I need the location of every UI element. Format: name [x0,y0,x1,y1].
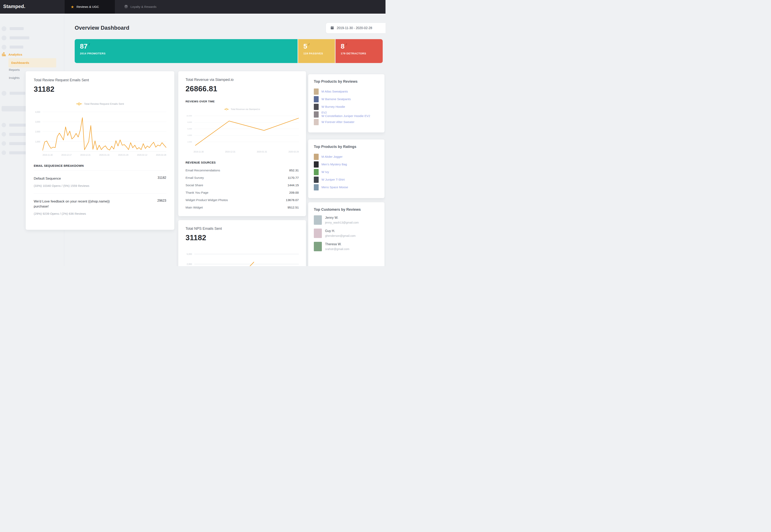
revenue-source-value: 9512.51 [287,206,299,209]
revenue-source-label: Main Widget [185,206,203,209]
revenue-source-label: Thank You Page [185,191,208,194]
passives-score: 5 [303,43,307,50]
revenue-source-row: Thank You Page 209.00 [185,189,299,196]
sidebar-item-insights-label: Insights [9,76,19,79]
card-review-request-emails: Total Review Request Emails Sent 31182 T… [26,71,174,230]
tab-loyalty-rewards[interactable]: Loyalty & Rewards [118,0,162,14]
review-emails-line-chart: 4,0003,0002,0001,000 [34,109,166,152]
product-link-label: Mens Space Moose [321,185,348,189]
card-title: Top Products by Reviews [314,79,379,84]
product-list-item[interactable]: Men's Mystery Bag [314,161,379,168]
skeleton-bar [10,92,25,95]
product-list-item[interactable]: Mens Space Moose [314,183,379,191]
skeleton-icon [2,45,6,50]
x-axis-tick: 2020-01-16 [99,154,109,156]
product-list-item[interactable]: W Ivy [314,168,379,176]
revenue-source-value: 209.00 [289,191,299,194]
product-list-item[interactable]: M Akder Jogger [314,153,379,161]
product-link-label: W Constellation Juniper Hoodie EV2 [321,114,370,118]
sidebar-item-reports-label: Reports [9,68,20,71]
product-thumbnail [314,104,319,110]
product-link[interactable]: Men's Mystery Bag [321,163,347,166]
page-title: Overview Dashboard [75,25,129,31]
sequence-row: Default Sequence 31182 [34,176,166,181]
product-link[interactable]: W Bamone Seatpants [321,97,351,101]
card-top-products-by-ratings: Top Products by Ratings M Akder Jogger M… [308,139,384,198]
product-link[interactable]: W Forever After Sweater [321,120,354,124]
revenue-total: 26866.81 [185,85,299,93]
nps-segment-promoters: 87 2014 PROMOTERS [75,39,297,63]
percent-tick-icon [308,43,309,46]
sidebar-item-insights[interactable]: Insights [9,76,19,80]
customer-email: jenny_wash13@gmail.com [325,221,359,224]
skeleton-icon [2,132,6,136]
product-link[interactable]: W Burney Hoodie [321,105,345,108]
legend-label: Total Revenue via Stamped.io [231,108,260,110]
revenue-source-value: 1444.15 [287,183,299,187]
product-link-label: W Ivy [321,170,329,174]
customer-name: Guy H. [325,229,355,233]
customer-list-item[interactable]: Guy H. ghenderson@gmail.com [314,229,379,242]
product-link[interactable]: M Atlas Sweatpants [321,90,348,93]
product-list-item[interactable]: M Atlas Sweatpants [314,88,379,95]
product-list-item[interactable]: W Juniper T-Shirt [314,176,379,183]
skeleton-bar [10,27,24,30]
legend-label: Total Review Request Emails Sent [84,102,124,105]
product-list-item[interactable]: W Burney Hoodie [314,103,379,111]
passives-count: 119 PASSIVES [303,52,335,55]
sequence-stats: (29%) 9239 Opens / (2%) 636 Reviews [34,212,166,215]
skeleton-icon [2,91,6,96]
sidebar-item-analytics[interactable]: Analytics [2,52,22,57]
date-range-label: 2019-11-30 - 2020-02-28 [337,26,372,30]
section-header: REVENUE SOURCES [185,161,299,164]
product-link[interactable]: M Akder Jogger [321,155,342,158]
sequence-value: 31182 [158,176,166,180]
stamped-logo: Stamped. [3,4,25,9]
overview-dashboard-page: { "navbar": { "logo": "Stamped.", "tabs"… [0,0,385,266]
customer-list-item[interactable]: Theresa W. srahstr@gmail.com [314,242,379,255]
product-thumbnail [314,96,319,102]
product-list-item[interactable]: W Forever After Sweater [314,118,379,126]
sequence-name: Default Sequence [34,176,61,181]
tab-reviews-ugc[interactable]: ★ Reviews & UGC [65,0,115,14]
legend-point-icon [224,108,229,111]
revenue-source-value: 13678.07 [286,198,299,202]
card-top-customers-by-reviews: Top Customers by Reviews Jenny W. jenny_… [308,202,384,266]
product-link[interactable]: EV2 W Constellation Juniper Hoodie EV2 [321,111,370,118]
customer-name: Jenny W. [325,216,359,220]
y-axis-labels: 10,0008,0006,0004,0002,000 [185,114,193,148]
tab-reviews-ugc-label: Reviews & UGC [76,5,99,9]
card-title: Total Revenue via Stamped.io [185,78,299,82]
revenue-sources-list: Email Recommendations 852.31 Email Surve… [185,167,299,211]
sequence-name: We'd Love feedback on your recent {{shop… [34,199,122,209]
avatar [314,215,322,225]
product-link[interactable]: W Ivy [321,170,329,174]
sequence-row: We'd Love feedback on your recent {{shop… [34,199,166,209]
customer-email: srahstr@gmail.com [325,247,349,251]
product-list: M Atlas Sweatpants W Bamone Seatpants W … [314,88,379,126]
section-header: REVIEWS OVER TIME [185,100,299,103]
customer-name: Theresa W. [325,242,349,246]
navbar-shadow-strip [0,14,385,15]
review-emails-total: 31182 [34,85,166,94]
nps-segment-passives: 5 119 PASSIVES [298,39,335,63]
product-link[interactable]: W Juniper T-Shirt [321,178,345,181]
product-link-label: W Bamone Seatpants [321,97,351,101]
customer-list-item[interactable]: Jenny W. jenny_wash13@gmail.com [314,215,379,229]
sidebar-item-dashboards[interactable]: Dashboards [8,58,56,67]
product-list-item[interactable]: EV2 W Constellation Juniper Hoodie EV2 [314,111,379,118]
x-axis-tick: 2020-02-28 [156,154,166,156]
calendar-icon [330,26,334,31]
y-axis-labels: 5,0002,0001,000500 [185,250,193,266]
nps-emails-line-chart: 5,0002,0001,000500 [185,250,299,266]
date-range-picker[interactable]: 2019-11-30 - 2020-02-28 [326,23,385,33]
x-axis-tick: 2020-01-29 [118,154,128,156]
chart-legend: Total Revenue via Stamped.io [185,108,299,111]
skeleton-icon [2,123,6,127]
percent-tick-icon [345,43,347,46]
revenue-source-value: 852.31 [289,169,299,172]
sidebar-item-reports[interactable]: Reports [9,68,20,72]
product-list-item[interactable]: W Bamone Seatpants [314,95,379,103]
product-link[interactable]: Mens Space Moose [321,185,348,189]
legend-point-icon [76,103,82,105]
